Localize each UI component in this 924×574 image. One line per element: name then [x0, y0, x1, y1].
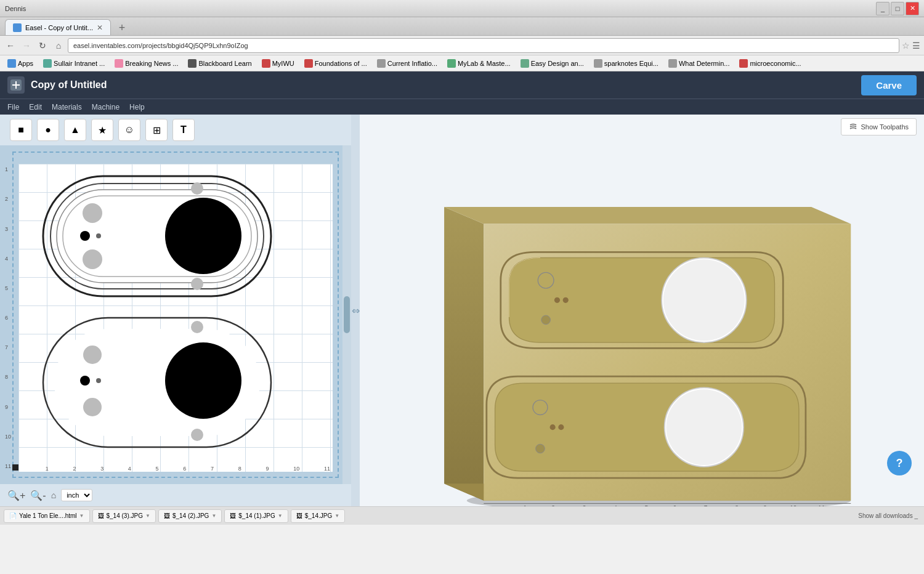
- tool-triangle[interactable]: ▲: [64, 119, 86, 141]
- new-tab-button[interactable]: +: [113, 20, 131, 35]
- bookmark-microeconomics-label: microeconomic...: [750, 60, 801, 67]
- mylab-icon: [447, 59, 456, 68]
- scrollbar[interactable]: [342, 145, 351, 484]
- bookmark-whatdetermines[interactable]: What Determin...: [665, 58, 734, 69]
- breaking-news-icon: [115, 59, 123, 68]
- svg-point-11: [165, 198, 241, 274]
- settings-icon[interactable]: ☰: [912, 41, 920, 51]
- tool-circle[interactable]: ●: [37, 119, 59, 141]
- active-tab[interactable]: Easel - Copy of Untit... ✕: [5, 19, 111, 35]
- bookmark-blackboard[interactable]: Blackboard Learn: [184, 58, 255, 69]
- whatdetermines-icon: [668, 59, 677, 68]
- svg-text:5: 5: [645, 505, 649, 506]
- download-label-3: $_14 (1).JPG: [238, 512, 275, 519]
- download-label-4: $_14.JPG: [305, 512, 332, 519]
- page-title: Copy of Untitled: [31, 79, 861, 91]
- tool-smiley[interactable]: ☺: [118, 119, 140, 141]
- bookmark-foundations[interactable]: Foundations of ...: [301, 58, 371, 69]
- svg-point-32: [533, 400, 548, 415]
- download-label-2: $_14 (2).JPG: [172, 512, 209, 519]
- home-button[interactable]: ⌂: [52, 39, 65, 52]
- bookmark-inflation[interactable]: Current Inflatio...: [373, 58, 441, 69]
- menu-machine[interactable]: Machine: [92, 103, 120, 111]
- back-button[interactable]: ←: [4, 39, 17, 52]
- toolbar: ■ ● ▲ ★ ☺ ⊞ T: [0, 115, 351, 145]
- scrollbar-thumb: [344, 296, 350, 333]
- unit-selector[interactable]: inch mm: [61, 489, 92, 501]
- bookmark-microeconomics[interactable]: microeconomic...: [736, 58, 804, 69]
- download-arrow-2: ▼: [211, 513, 216, 519]
- sullair-icon: [43, 59, 52, 68]
- reload-button[interactable]: ↻: [36, 39, 49, 52]
- svg-point-27: [541, 315, 551, 325]
- menu-help[interactable]: Help: [129, 103, 145, 111]
- bookmark-breaking-news[interactable]: Breaking News ...: [111, 58, 182, 69]
- canvas-area[interactable]: 1110987654321: [0, 145, 351, 484]
- preview-panel: Show Toolpaths: [360, 115, 924, 506]
- app-icon: [7, 76, 25, 94]
- myiwu-icon: [262, 59, 270, 68]
- bookmark-myiwu[interactable]: MyIWU: [258, 58, 298, 69]
- zoom-in-button[interactable]: 🔍+: [7, 490, 25, 501]
- show-all-downloads-link[interactable]: Show all downloads _: [858, 512, 920, 519]
- svg-point-26: [538, 272, 554, 288]
- download-item-4[interactable]: 🖼 $_14.JPG ▼: [291, 509, 345, 523]
- design-svg: [18, 164, 333, 472]
- minimize-button[interactable]: _: [876, 2, 890, 15]
- app-container: Copy of Untitled Carve File Edit Materia…: [0, 71, 924, 506]
- svg-text:2: 2: [551, 505, 555, 506]
- address-bar[interactable]: [68, 38, 899, 53]
- tab-close-button[interactable]: ✕: [97, 23, 103, 32]
- close-button[interactable]: ✕: [906, 2, 919, 15]
- bookmark-star-icon[interactable]: ☆: [902, 41, 910, 51]
- menu-file[interactable]: File: [7, 103, 19, 111]
- tab-favicon: [13, 23, 22, 32]
- bookmark-sullair[interactable]: Sullair Intranet ...: [39, 58, 108, 69]
- svg-point-12: [191, 182, 203, 195]
- tool-star[interactable]: ★: [91, 119, 113, 141]
- download-item-2[interactable]: 🖼 $_14 (2).JPG ▼: [158, 509, 222, 523]
- svg-text:9: 9: [763, 505, 767, 506]
- apps-icon: [7, 59, 16, 68]
- easydesign-icon: [521, 59, 529, 68]
- maximize-button[interactable]: □: [891, 2, 904, 15]
- preview-toolbar: Show Toolpaths: [360, 115, 924, 139]
- tool-text[interactable]: T: [172, 119, 195, 141]
- tool-rectangle[interactable]: ■: [10, 119, 32, 141]
- bookmark-easydesign[interactable]: Easy Design an...: [517, 58, 588, 69]
- bookmark-apps[interactable]: Apps: [4, 58, 37, 69]
- download-icon-3: 🖼: [230, 512, 236, 519]
- svg-point-22: [191, 429, 203, 441]
- fit-view-button[interactable]: ⌂: [51, 490, 56, 500]
- svg-point-35: [558, 424, 564, 430]
- status-bar: 📄 Yale 1 Ton Ele....html ▼ 🖼 $_14 (3).JP…: [0, 506, 924, 525]
- help-button[interactable]: ?: [887, 451, 912, 475]
- bookmark-sparknotes[interactable]: sparknotes Equi...: [590, 58, 662, 69]
- download-arrow-0: ▼: [79, 513, 84, 519]
- bookmark-apps-label: Apps: [18, 60, 33, 67]
- menu-materials[interactable]: Materials: [52, 103, 82, 111]
- tool-grid[interactable]: ⊞: [145, 119, 168, 141]
- carve-button[interactable]: Carve: [861, 75, 917, 95]
- zoom-out-button[interactable]: 🔍-: [30, 490, 46, 501]
- svg-point-19: [83, 398, 102, 416]
- menu-edit[interactable]: Edit: [29, 103, 42, 111]
- ruler-bottom: 1234567891011: [18, 466, 333, 477]
- svg-text:8: 8: [735, 505, 739, 506]
- svg-point-9: [96, 233, 101, 238]
- foundations-icon: [304, 59, 313, 68]
- toolpaths-icon: [849, 123, 857, 131]
- inflation-icon: [377, 59, 386, 68]
- panel-divider[interactable]: ⇔: [351, 115, 360, 506]
- bookmark-blackboard-label: Blackboard Learn: [198, 60, 251, 67]
- download-item-3[interactable]: 🖼 $_14 (1).JPG ▼: [224, 509, 288, 523]
- download-label-0: Yale 1 Ton Ele....html: [19, 512, 77, 519]
- svg-text:3: 3: [583, 505, 586, 506]
- bookmark-mylab-label: MyLab & Maste...: [458, 60, 511, 67]
- download-item-0[interactable]: 📄 Yale 1 Ton Ele....html ▼: [4, 509, 90, 523]
- show-toolpaths-button[interactable]: Show Toolpaths: [841, 118, 917, 135]
- svg-point-7: [83, 203, 102, 223]
- forward-button[interactable]: →: [20, 39, 33, 52]
- bookmark-mylab[interactable]: MyLab & Maste...: [444, 58, 514, 69]
- download-item-1[interactable]: 🖼 $_14 (3).JPG ▼: [92, 509, 156, 523]
